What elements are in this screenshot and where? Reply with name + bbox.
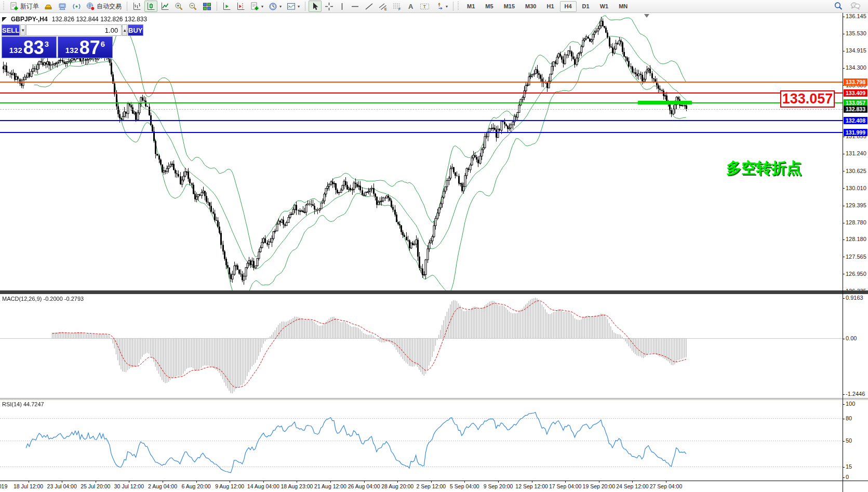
candle-icon (146, 2, 155, 11)
horizontal-level-line[interactable] (0, 132, 843, 133)
svg-text:F: F (398, 7, 401, 11)
periods-button[interactable]: ▾ (266, 1, 284, 12)
chat-button[interactable] (848, 1, 863, 12)
doc-plus-icon (10, 2, 19, 11)
macd-canvas[interactable] (0, 294, 843, 396)
pivot-annotation-text[interactable]: 多空转折点 (726, 158, 802, 179)
templates-button[interactable]: ▾ (285, 1, 302, 12)
horizontal-level-line[interactable] (0, 92, 843, 94)
chart-shift-button[interactable] (234, 1, 247, 12)
rsi-scale-label: 0 (843, 474, 849, 480)
dropdown-caret-icon[interactable]: ▾ (446, 4, 448, 9)
text-button[interactable]: A (405, 1, 417, 12)
crosshair-icon (325, 2, 333, 11)
market-watch-button[interactable] (56, 1, 69, 12)
globe-red-icon (86, 2, 95, 11)
autotrading-button-label: 自动交易 (97, 2, 122, 11)
timeframe-m5-button[interactable]: M5 (480, 1, 498, 12)
timeframe-m30-button[interactable]: M30 (520, 1, 541, 12)
zoom-in-button[interactable] (172, 1, 185, 12)
horizontal-line-button[interactable] (349, 1, 362, 12)
auto-scroll-button[interactable] (220, 1, 233, 12)
tile-windows-button[interactable] (201, 1, 213, 12)
toolbar-separator (453, 2, 453, 11)
fibonacci-button[interactable]: F (391, 1, 404, 12)
crosshair-button[interactable] (323, 1, 336, 12)
arrows-icon (435, 2, 444, 11)
highlight-segment[interactable] (638, 101, 692, 104)
time-axis-label: 9 Sep 20:00 (484, 483, 513, 489)
rsi-scale-label: 15 (843, 463, 852, 470)
buy-button[interactable]: BUY (128, 24, 143, 36)
price-chart-canvas[interactable] (0, 13, 843, 290)
equidistant-channel-button[interactable]: E (377, 1, 390, 12)
zoom-out-button[interactable] (186, 1, 199, 12)
line-icon (161, 2, 169, 11)
new-order-button[interactable]: 新订单 (8, 1, 41, 12)
autotrading-button[interactable]: 自动交易 (84, 1, 124, 12)
horizontal-level-line[interactable] (0, 82, 843, 83)
price-axis-line[interactable] (843, 13, 843, 492)
arrows-button[interactable]: ▾ (433, 1, 450, 12)
price-alert-box[interactable]: 133.057 (780, 90, 835, 108)
trendline-button[interactable] (363, 1, 376, 12)
navigator-button[interactable] (70, 1, 83, 12)
horizontal-level-line[interactable] (0, 120, 843, 121)
zoom-in-icon (175, 2, 183, 11)
cursor-button[interactable] (309, 1, 322, 12)
timeframe-mn-button[interactable]: MN (614, 1, 632, 12)
time-axis-label: 2 Aug 04:00 (148, 483, 177, 489)
time-axis-label: 30 Jul 12:00 (114, 483, 144, 489)
vertical-line-button[interactable] (337, 1, 348, 12)
pane-separator-main-macd[interactable] (0, 290, 868, 294)
macd-indicator-label: MACD(12,26,9) -0.2000 -0.2793 (2, 296, 84, 302)
time-axis-label: 18 Aug 23:00 (281, 483, 313, 489)
timeframe-m1-button[interactable]: M1 (462, 1, 479, 12)
timeframe-h4-button[interactable]: H4 (560, 1, 577, 12)
timeframe-w1-button[interactable]: W1 (595, 1, 613, 12)
text-a-icon: A (407, 2, 415, 11)
time-axis-label: 5 Sep 04:00 (450, 483, 479, 489)
doc-plus-icon (250, 2, 259, 11)
svg-text:A: A (408, 3, 413, 10)
volume-decrease-button[interactable]: ▼ (20, 24, 25, 36)
horizontal-level-line[interactable] (0, 102, 843, 103)
price-axis-label: 130.010 (843, 185, 866, 191)
collapse-triangle-icon[interactable] (2, 17, 7, 22)
text-label-button[interactable]: T (418, 1, 432, 12)
time-axis-label: 23 Jul 04:00 (47, 483, 77, 489)
dropdown-caret-icon[interactable]: ▾ (261, 4, 263, 9)
pane-separator-macd-rsi[interactable] (0, 398, 868, 400)
timeframe-h1-button[interactable]: H1 (542, 1, 558, 12)
line-chart-button[interactable] (158, 1, 171, 12)
dropdown-caret-icon[interactable]: ▾ (298, 4, 300, 9)
buy-price-panel[interactable]: 132 87 6 (58, 36, 113, 58)
candlestick-chart-button[interactable] (144, 1, 157, 12)
chart-shift-marker[interactable] (644, 14, 649, 18)
sell-button[interactable]: SELL (2, 24, 20, 36)
sell-price-panel[interactable]: 132 83 3 (2, 36, 57, 58)
price-axis-label: 127.565 (843, 254, 866, 260)
bar-chart-button[interactable] (130, 1, 143, 12)
rsi-canvas[interactable] (0, 400, 843, 481)
price-axis-label: 136.145 (843, 13, 866, 19)
indicators-button[interactable]: ▾ (248, 1, 265, 12)
price-axis-label: 135.530 (843, 30, 866, 36)
dropdown-caret-icon[interactable]: ▾ (279, 4, 282, 9)
buy-price-pip: 6 (101, 39, 105, 48)
toolbar-grip[interactable] (3, 2, 6, 11)
channel-icon: E (379, 2, 388, 11)
toolbar-grip[interactable] (458, 2, 460, 11)
vline-icon (339, 2, 345, 11)
search-button[interactable] (832, 1, 845, 12)
volume-input[interactable] (26, 24, 122, 36)
clock-icon (269, 2, 277, 11)
timeframe-m15-button[interactable]: M15 (499, 1, 519, 12)
metaeditor-button[interactable] (42, 1, 55, 12)
volume-increase-button[interactable]: ▲ (122, 24, 127, 36)
toolbar-separator (305, 2, 305, 11)
sell-price-big: 83 (23, 39, 44, 57)
timeframe-d1-button[interactable]: D1 (578, 1, 594, 12)
toolbar-separator (127, 2, 127, 11)
template-icon (287, 2, 296, 11)
